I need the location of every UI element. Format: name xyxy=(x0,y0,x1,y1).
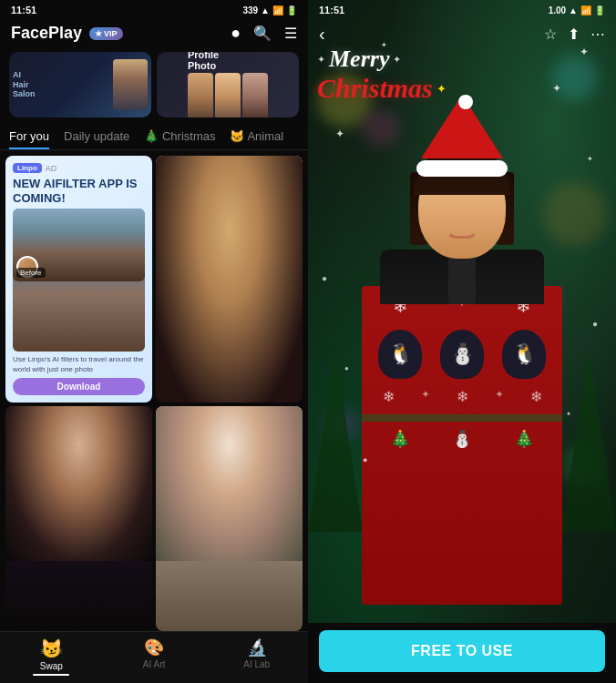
snowflake-5: ❄ xyxy=(457,388,468,405)
ai-lab-icon: 🔬 xyxy=(247,637,267,658)
vip-label: VIP xyxy=(104,29,118,38)
ad-before-label: Before xyxy=(16,268,46,278)
merry-label: Merry xyxy=(329,46,389,73)
left-panel: 11:51 339 ▲ 📶 🔋 FacePlay ★ VIP ● 🔍 ☰ AI … xyxy=(0,0,308,683)
hair-avatar-image xyxy=(113,59,148,110)
sparkle-xmas: ✦ xyxy=(436,82,447,96)
christmas-text-overlay: ✦ Merry ✦ Christmas ✦ xyxy=(317,46,447,104)
profile-photo-card[interactable]: Profile Photo xyxy=(157,52,299,117)
ai-hair-salon-card[interactable]: AI Hair Salon xyxy=(9,52,151,117)
penguin-3: 🐧 xyxy=(502,330,546,379)
bottom-penguins: 🎄 ⛄ 🎄 xyxy=(362,425,562,453)
snow-5: ● xyxy=(363,455,367,464)
ad-title: NEW AIFILTER APP IS COMING! xyxy=(13,177,145,205)
wifi-icon: ▲ xyxy=(261,5,270,15)
right-actions: ☆ ⬆ ⋯ xyxy=(544,25,605,43)
free-to-use-button[interactable]: FREE TO USE xyxy=(319,630,605,672)
vip-badge[interactable]: ★ VIP xyxy=(89,27,123,40)
snow-3: ● xyxy=(592,319,598,329)
santa-hat xyxy=(416,95,508,177)
christmas-background: ❄ ✦ ❄ 🐧 ⛄ 🐧 ❄ ✦ ❄ ✦ xyxy=(308,0,616,623)
nav-ai-art[interactable]: 🎨 AI Art xyxy=(103,637,206,676)
green-stripe-1 xyxy=(362,414,562,422)
ai-art-icon: 🎨 xyxy=(144,637,164,658)
right-panel: 11:51 1.00 ▲ 📶 🔋 ‹ ☆ ⬆ ⋯ xyxy=(308,0,616,683)
menu-button[interactable]: ☰ xyxy=(284,25,297,42)
ad-image: Before xyxy=(13,209,145,352)
content-grid: Linpo AD NEW AIFILTER APP IS COMING! Bef… xyxy=(0,150,308,631)
battery-icon: 🔋 xyxy=(286,5,297,15)
top-bar: FacePlay ★ VIP ● 🔍 ☰ xyxy=(0,20,308,48)
nav-active-indicator xyxy=(33,674,69,676)
ad-download-button[interactable]: Download xyxy=(13,378,145,395)
back-button[interactable]: ‹ xyxy=(319,24,325,45)
profile-person-2 xyxy=(215,73,241,117)
network-icon: 📶 xyxy=(272,5,283,15)
ai-hair-visual: AI Hair Salon xyxy=(9,52,151,117)
snow-1: ● xyxy=(322,273,327,283)
christmas-line: Christmas ✦ xyxy=(317,73,447,104)
bottom-nav: 😼 Swap 🎨 AI Art 🔬 AI Lab xyxy=(0,631,308,683)
top-bar-icons: ● 🔍 ☰ xyxy=(231,24,297,43)
snowflake-6: ❄ xyxy=(530,388,542,405)
christmas-label: Christmas xyxy=(317,73,433,104)
free-to-use-area: FREE TO USE xyxy=(308,623,616,683)
profile-person-3 xyxy=(242,73,268,117)
photo-card-3[interactable] xyxy=(156,406,303,631)
feature-cards: AI Hair Salon Profile Photo xyxy=(0,48,308,125)
photo-card-2[interactable] xyxy=(5,406,152,631)
xmas-icon-3: 🎄 xyxy=(514,429,534,449)
photo-card-1[interactable] xyxy=(156,156,303,403)
tab-animal[interactable]: 🐱 Animal xyxy=(230,125,283,149)
swap-label: Swap xyxy=(40,661,63,671)
ai-lab-label: AI Lab xyxy=(243,659,270,669)
sparkle-small-2: ✦ xyxy=(495,388,504,405)
tab-christmas[interactable]: 🎄 Christmas xyxy=(144,125,215,149)
ad-description: Use Linpo's AI filters to travel around … xyxy=(13,355,145,374)
signal-strength: 339 xyxy=(242,5,258,15)
tab-for-you[interactable]: For you xyxy=(9,125,49,149)
discord-button[interactable]: ● xyxy=(231,24,241,43)
sparkle-merry-2: ✦ xyxy=(393,54,401,66)
ad-card[interactable]: Linpo AD NEW AIFILTER APP IS COMING! Bef… xyxy=(5,156,152,403)
ai-art-label: AI Art xyxy=(143,659,165,669)
sparkle-tr-2: ✦ xyxy=(552,82,561,95)
penguin-2: ⛄ xyxy=(440,330,484,379)
tab-daily-update[interactable]: Daily update xyxy=(64,125,129,149)
mouth xyxy=(446,228,478,239)
ai-hair-text: AI Hair Salon xyxy=(13,70,36,99)
status-icons-left: 339 ▲ 📶 🔋 xyxy=(242,5,297,15)
more-button[interactable]: ⋯ xyxy=(590,25,605,43)
time-left: 11:51 xyxy=(11,5,36,15)
sparkle-merry-1: ✦ xyxy=(317,54,325,66)
person-figure: ❄ ✦ ❄ 🐧 ⛄ 🐧 ❄ ✦ ❄ ✦ xyxy=(344,95,580,623)
profile-card-label-2: Photo xyxy=(188,60,216,71)
snow-4: ● xyxy=(567,410,570,416)
status-bar-left: 11:51 339 ▲ 📶 🔋 xyxy=(0,0,308,20)
app-logo: FacePlay xyxy=(11,24,82,43)
sweater-body: ❄ ✦ ❄ 🐧 ⛄ 🐧 ❄ ✦ ❄ ✦ xyxy=(362,286,562,605)
search-button[interactable]: 🔍 xyxy=(253,25,272,42)
sparkle-tr-3: ✦ xyxy=(587,155,593,163)
snow-2: ● xyxy=(344,364,349,372)
profile-mini-images xyxy=(188,73,268,117)
bookmark-button[interactable]: ☆ xyxy=(544,25,557,43)
profile-person-1 xyxy=(188,73,213,117)
photo-face-3 xyxy=(156,406,303,561)
nav-swap[interactable]: 😼 Swap xyxy=(0,637,103,676)
right-top-bar: ‹ ☆ ⬆ ⋯ xyxy=(308,0,616,50)
snowflake-4: ❄ xyxy=(383,388,395,405)
photo-face-1 xyxy=(156,156,303,403)
sparkle-small: ✦ xyxy=(421,388,430,405)
sparkle-tl-1: ✦ xyxy=(335,127,344,140)
hat-pom xyxy=(458,95,473,109)
share-button[interactable]: ⬆ xyxy=(568,25,580,43)
xmas-icon-2: ⛄ xyxy=(452,429,472,449)
profile-card-label: Profile xyxy=(188,52,219,60)
sweater-pattern-bottom: ❄ ✦ ❄ ✦ ❄ xyxy=(362,382,562,411)
vip-icon: ★ xyxy=(95,29,102,38)
ad-marker: AD xyxy=(46,164,57,173)
xmas-icon-1: 🎄 xyxy=(390,429,410,449)
nav-ai-lab[interactable]: 🔬 AI Lab xyxy=(205,637,308,676)
linpo-badge: Linpo xyxy=(13,163,42,173)
